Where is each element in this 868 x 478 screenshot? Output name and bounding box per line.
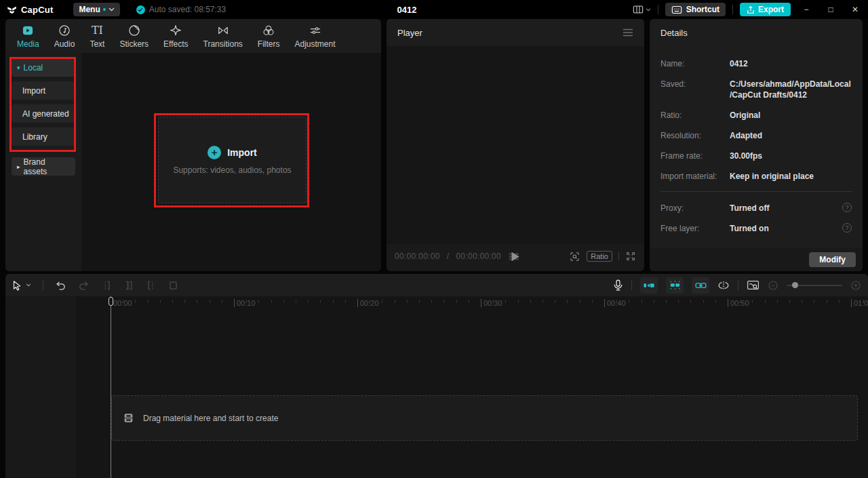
track-drop-hint: Drag material here and start to create — [143, 414, 278, 423]
minimize-button[interactable]: − — [797, 2, 815, 17]
tab-transitions[interactable]: Transitions — [196, 24, 250, 49]
tab-filters[interactable]: Filters — [250, 24, 288, 49]
timeline-zoom-slider[interactable] — [787, 285, 842, 286]
split-right-icon[interactable] — [146, 280, 157, 291]
maximize-button[interactable]: □ — [822, 2, 840, 17]
details-title: Details — [660, 28, 688, 38]
focus-frame-icon[interactable] — [569, 251, 580, 262]
ruler-label: 00:10 — [234, 299, 256, 307]
asset-tabbar: Media Audio TI Text Stickers — [5, 19, 381, 53]
import-subtitle: Supports: videos, audios, photos — [173, 165, 291, 175]
delete-icon[interactable] — [168, 280, 178, 291]
app-name: CapCut — [21, 5, 53, 15]
detail-row-saved: Saved: C:/Users/ahmad/AppData/Local/CapC… — [660, 79, 852, 100]
toolbar-separator — [738, 281, 738, 290]
sparkle-icon — [169, 24, 182, 37]
keyboard-icon — [671, 5, 682, 14]
capcut-window: CapCut Menu Auto saved: 08:57:33 0412 — [0, 0, 868, 478]
player-menu-icon[interactable] — [623, 28, 633, 37]
link-clips-toggle[interactable] — [692, 277, 709, 294]
modify-button[interactable]: Modify — [809, 252, 856, 267]
tab-media[interactable]: Media — [9, 24, 47, 49]
tab-adjustment[interactable]: Adjustment — [287, 24, 342, 49]
sidebar-item-ai-generated[interactable]: AI generated — [12, 104, 75, 123]
detail-row-free-layer: Free layer: Turned on ? — [660, 223, 852, 234]
record-voiceover-button[interactable] — [613, 279, 623, 292]
sticker-icon — [127, 24, 141, 37]
sidebar-item-library[interactable]: Library — [12, 127, 75, 146]
export-upload-icon — [747, 5, 755, 14]
tab-effects[interactable]: Effects — [156, 24, 195, 49]
detail-row-frame-rate: Frame rate: 30.00fps — [660, 151, 852, 161]
empty-track-dropzone[interactable]: Drag material here and start to create — [111, 395, 858, 441]
media-content-area: + Import Supports: videos, audios, photo… — [81, 53, 381, 271]
player-viewport — [387, 46, 644, 244]
zoom-out-icon[interactable] — [768, 280, 778, 291]
details-panel: Details Name: 0412 Saved: C:/Users/ahmad… — [650, 19, 863, 271]
split-left-icon[interactable] — [101, 280, 112, 291]
chevron-down-icon — [108, 7, 115, 12]
titlebar-separator — [732, 5, 733, 14]
zoom-slider-handle[interactable] — [792, 282, 798, 288]
details-divider — [660, 191, 852, 192]
playhead[interactable] — [111, 296, 111, 478]
tab-stickers[interactable]: Stickers — [112, 24, 156, 49]
time-total: 00:00:00:00 — [456, 252, 501, 261]
ruler-label: 00:00 — [111, 299, 132, 307]
media-panel: Media Audio TI Text Stickers — [5, 19, 381, 271]
timeline-ruler[interactable]: 00:00 00:10 00:20 00:30 00:40 00:50 01:0… — [5, 296, 868, 312]
timeline-tracks-area: Drag material here and start to create — [5, 312, 868, 478]
tab-text[interactable]: TI Text — [82, 24, 112, 49]
filmstrip-icon — [123, 413, 134, 423]
help-icon[interactable]: ? — [842, 203, 852, 212]
sidebar-item-import[interactable]: Import — [12, 81, 75, 100]
media-sidebar: ▾ Local Import AI generated Library ▸ Br… — [5, 53, 81, 271]
mirror-split-icon[interactable] — [717, 280, 730, 291]
detail-row-ratio: Ratio: Original — [660, 110, 852, 121]
play-icon[interactable] — [511, 252, 520, 262]
menu-notification-dot — [103, 8, 106, 11]
help-icon[interactable]: ? — [842, 223, 852, 233]
audio-note-icon — [58, 24, 71, 37]
auto-ripple-toggle[interactable] — [640, 277, 658, 294]
ruler-label: 00:40 — [604, 299, 626, 307]
player-controls: 00:00:00:00 / 00:00:00:00 Ratio — [387, 244, 644, 268]
triangle-right-icon: ▸ — [17, 163, 20, 170]
undo-button[interactable] — [55, 280, 66, 291]
zoom-in-icon[interactable] — [850, 280, 861, 291]
split-icon[interactable] — [123, 280, 134, 291]
redo-button[interactable] — [78, 280, 90, 291]
import-dropzone[interactable]: + Import Supports: videos, audios, photo… — [158, 117, 307, 203]
player-title: Player — [397, 28, 422, 38]
close-button[interactable]: ✕ — [846, 2, 864, 17]
shortcut-button[interactable]: Shortcut — [665, 3, 726, 16]
menu-button[interactable]: Menu — [73, 3, 119, 16]
toolbar-separator — [43, 281, 43, 290]
detail-row-import-material: Import material: Keep in original place — [660, 171, 852, 182]
toolbar-separator — [631, 281, 632, 290]
autosave-status: Auto saved: 08:57:33 — [136, 5, 226, 14]
plus-icon: + — [208, 146, 221, 159]
import-title: Import — [227, 147, 257, 158]
ratio-button[interactable]: Ratio — [587, 251, 612, 262]
magnetic-snap-toggle[interactable] — [666, 277, 684, 294]
titlebar: CapCut Menu Auto saved: 08:57:33 0412 — [0, 0, 868, 19]
tab-audio[interactable]: Audio — [47, 24, 83, 49]
titlebar-separator — [658, 5, 658, 14]
bowtie-icon — [216, 24, 230, 37]
player-controls-separator — [618, 252, 619, 260]
export-button[interactable]: Export — [740, 3, 791, 16]
track-header-column — [5, 296, 76, 478]
sidebar-item-brand-assets[interactable]: ▸ Brand assets — [12, 157, 75, 176]
render-preview-icon[interactable] — [747, 280, 760, 290]
ruler-label: 00:50 — [728, 299, 749, 307]
playhead-handle[interactable] — [108, 297, 113, 306]
layout-switch-button[interactable] — [633, 5, 651, 14]
chevron-down-icon — [26, 283, 31, 287]
player-panel: Player 00:00:00:00 / 00:00:00:00 — [387, 19, 644, 271]
detail-row-name: Name: 0412 — [660, 58, 852, 69]
select-tool-button[interactable] — [12, 280, 31, 291]
sidebar-item-local[interactable]: ▾ Local — [12, 58, 75, 77]
fullscreen-icon[interactable] — [625, 251, 636, 262]
filters-circles-icon — [262, 24, 275, 37]
